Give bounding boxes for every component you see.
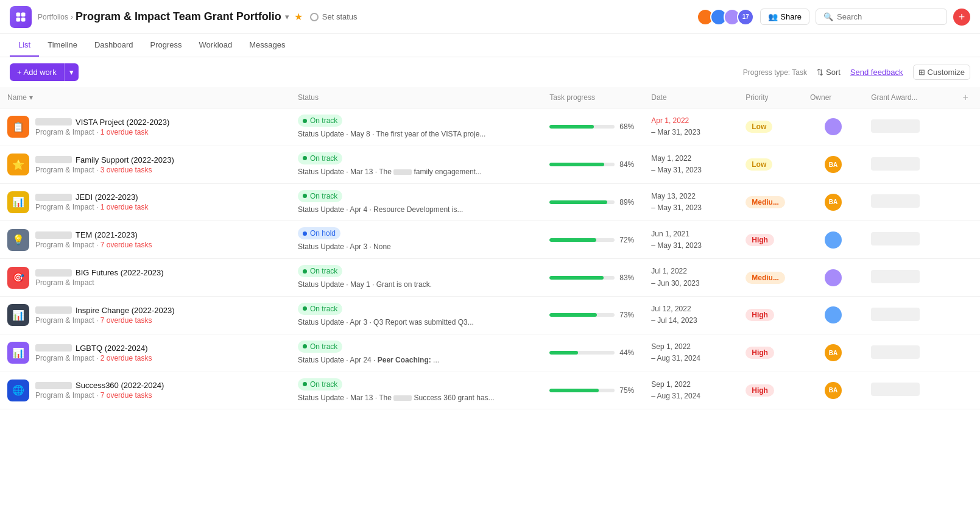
project-name[interactable]: Family Support (2022-2023)	[35, 155, 174, 164]
priority-cell: Mediu...	[738, 183, 803, 221]
progress-bar-fill	[549, 276, 604, 280]
date-from: Apr 1, 2022	[651, 116, 689, 125]
priority-cell: Low	[738, 108, 803, 146]
add-button[interactable]: +	[953, 9, 970, 26]
add-work-button[interactable]: + Add work ▾	[10, 63, 79, 81]
th-add-column[interactable]: +	[951, 87, 980, 108]
project-name[interactable]: Success360 (2022-2024)	[35, 381, 164, 390]
progress-cell: 89%	[542, 183, 644, 221]
date-to: Aug 31, 2024	[657, 392, 700, 400]
date-cell: Sep 1, 2022 – Aug 31, 2024	[644, 372, 738, 409]
grant-value	[871, 308, 920, 321]
date-separator: –	[651, 166, 657, 174]
project-name[interactable]: Inspire Change (2022-2023)	[35, 306, 175, 315]
owner-avatar: BA	[825, 156, 842, 173]
date-separator: –	[651, 354, 657, 362]
th-name[interactable]: Name ▾	[0, 87, 291, 108]
project-icon: 📊	[7, 342, 29, 364]
customize-button[interactable]: ⊞ Customize	[913, 65, 970, 80]
status-dot-icon	[303, 306, 307, 311]
status-label: On track	[310, 116, 337, 125]
progress-bar-fill	[549, 238, 596, 242]
owner-avatar: BA	[825, 344, 842, 361]
tab-messages[interactable]: Messages	[241, 34, 294, 57]
date-separator: –	[651, 203, 657, 212]
tab-workload[interactable]: Workload	[191, 34, 241, 57]
date-cell: May 13, 2022 – May 31, 2023	[644, 183, 738, 221]
owner-cell: BA	[803, 372, 864, 409]
progress-percent: 89%	[619, 198, 636, 207]
add-work-caret-icon[interactable]: ▾	[64, 63, 79, 81]
sort-button[interactable]: ⇅ Sort	[817, 68, 841, 77]
tab-progress[interactable]: Progress	[142, 34, 191, 57]
project-name[interactable]: VISTA Project (2022-2023)	[35, 118, 169, 127]
overdue-badge: 3 overdue tasks	[100, 166, 152, 174]
title-chevron-icon[interactable]: ▾	[285, 12, 289, 21]
project-name-text: Success360 (2022-2024)	[76, 381, 164, 390]
priority-badge: High	[746, 384, 774, 397]
project-name[interactable]: TEM (2021-2023)	[35, 230, 152, 239]
project-icon: 📋	[7, 116, 29, 138]
grant-cell	[864, 334, 951, 372]
th-grant-award: Grant Award...	[864, 87, 951, 108]
priority-cell: High	[738, 372, 803, 409]
progress-bar-bg	[549, 313, 615, 317]
sort-icon: ⇅	[817, 68, 823, 77]
project-sub: Program & Impact	[35, 278, 164, 287]
th-name-sort-icon: ▾	[29, 93, 33, 102]
owner-avatar: BA	[825, 382, 842, 399]
search-box[interactable]: 🔍	[816, 9, 947, 25]
set-status-button[interactable]: Set status	[310, 12, 358, 21]
name-cell: 🌐 Success360 (2022-2024) Program & Impac…	[0, 372, 291, 409]
status-update-text: Status Update · Mar 13 · The family enga…	[298, 167, 535, 177]
priority-badge: Mediu...	[746, 196, 785, 208]
progress-bar-fill	[549, 351, 578, 355]
progress-percent: 75%	[619, 386, 636, 395]
header: Portfolios › Program & Impact Team Grant…	[0, 0, 980, 34]
owner-cell	[803, 221, 864, 259]
priority-cell: High	[738, 221, 803, 259]
project-name[interactable]: BIG Futures (2022-2023)	[35, 268, 164, 277]
row-add-col	[951, 259, 980, 297]
owner-cell: BA	[803, 334, 864, 372]
owner-cell	[803, 296, 864, 334]
favorite-star-icon[interactable]: ★	[294, 11, 303, 23]
row-add-col	[951, 183, 980, 221]
progress-bar-bg	[549, 200, 615, 204]
status-cell: On track Status Update · May 1 · Grant i…	[291, 259, 542, 297]
status-update-text: Status Update · May 1 · Grant is on trac…	[298, 280, 535, 290]
progress-percent: 84%	[619, 160, 636, 169]
status-dot-icon	[303, 344, 307, 348]
progress-cell: 75%	[542, 372, 644, 409]
nav-tabs: List Timeline Dashboard Progress Workloa…	[0, 34, 980, 57]
search-input[interactable]	[837, 12, 939, 21]
date-cell: Jul 12, 2022 – Jul 14, 2023	[644, 296, 738, 334]
project-info: BIG Futures (2022-2023) Program & Impact	[35, 268, 164, 287]
owner-cell	[803, 108, 864, 146]
status-badge: On track	[298, 115, 342, 127]
tab-list[interactable]: List	[10, 34, 39, 57]
overdue-badge: 1 overdue task	[100, 128, 149, 136]
project-name-text: BIG Futures (2022-2023)	[76, 268, 164, 277]
status-label: On track	[310, 305, 337, 313]
row-add-col	[951, 108, 980, 146]
progress-cell: 72%	[542, 221, 644, 259]
status-label: On hold	[310, 229, 336, 238]
table-row: ⭐ Family Support (2022-2023) Program & I…	[0, 146, 980, 183]
breadcrumb-portfolios[interactable]: Portfolios	[38, 13, 68, 21]
date-separator: –	[651, 316, 657, 325]
project-name[interactable]: LGBTQ (2022-2024)	[35, 344, 152, 353]
share-icon: 👥	[768, 12, 778, 21]
project-name[interactable]: JEDI (2022-2023)	[35, 192, 148, 202]
sort-label: Sort	[826, 68, 841, 77]
tab-dashboard[interactable]: Dashboard	[86, 34, 142, 57]
status-circle-icon	[310, 13, 319, 21]
project-sub: Program & Impact · 7 overdue tasks	[35, 316, 175, 325]
feedback-button[interactable]: Send feedback	[850, 68, 903, 77]
table-row: 💡 TEM (2021-2023) Program & Impact · 7 o…	[0, 221, 980, 259]
date-cell: Sep 1, 2022 – Aug 31, 2024	[644, 334, 738, 372]
tab-timeline[interactable]: Timeline	[39, 34, 86, 57]
date-from: May 13, 2022	[651, 192, 696, 200]
progress-cell: 83%	[542, 259, 644, 297]
share-button[interactable]: 👥 Share	[760, 9, 809, 25]
